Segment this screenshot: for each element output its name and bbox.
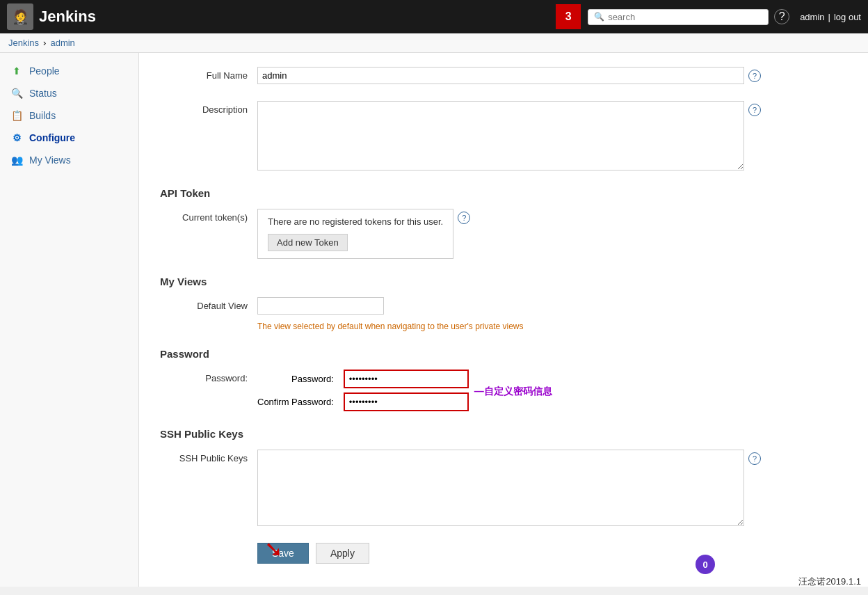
password-row: Password: Password:Confirm Password: —自定…	[160, 370, 847, 411]
description-label: Description	[160, 101, 257, 115]
description-help-icon[interactable]: ?	[748, 104, 761, 116]
breadcrumb-current[interactable]: admin	[50, 38, 74, 48]
ssh-help-icon[interactable]: ?	[748, 452, 761, 465]
password-label: Password:	[160, 370, 257, 383]
ssh-section: SSH Public Keys SSH Public Keys ?	[160, 428, 847, 526]
bottom-badge: 0	[696, 555, 715, 574]
ssh-title: SSH Public Keys	[160, 428, 847, 443]
sidebar-item-builds[interactable]: 📋 Builds	[0, 104, 138, 127]
my-views-title: My Views	[160, 276, 847, 290]
sidebar: ⬆ People 🔍 Status 📋 Builds ⚙ Configure 👥…	[0, 53, 139, 587]
password-section: Password Password: Password:Confirm Pass…	[160, 348, 847, 411]
full-name-input[interactable]	[257, 67, 744, 84]
full-name-section: Full Name ?	[160, 67, 847, 84]
notification-badge[interactable]: 3	[556, 4, 581, 29]
logout-link[interactable]: log out	[834, 12, 861, 22]
no-tokens-text: There are no registered tokens for this …	[268, 216, 443, 227]
ssh-keys-textarea[interactable]	[257, 450, 744, 526]
breadcrumb-root[interactable]: Jenkins	[8, 38, 39, 48]
password-input[interactable]	[344, 370, 469, 388]
header: 🤵 Jenkins 3 🔍 ? admin | log out	[0, 0, 868, 33]
search-icon: 🔍	[594, 12, 604, 22]
status-icon: 🔍	[10, 86, 24, 100]
people-icon: ⬆	[10, 64, 24, 78]
password-inputs-wrapper: Password:Confirm Password: —自定义密码信息	[257, 370, 552, 411]
sidebar-item-label-builds: Builds	[29, 110, 56, 121]
full-name-label: Full Name	[160, 67, 257, 81]
myviews-icon: 👥	[10, 153, 24, 167]
sidebar-item-people[interactable]: ⬆ People	[0, 60, 138, 82]
content: Full Name ? Description ? API Token Curr	[139, 53, 868, 587]
search-container: 🔍	[588, 9, 769, 25]
ssh-keys-label: SSH Public Keys	[160, 450, 257, 463]
watermark: 汪念诺2019.1.1	[798, 576, 861, 587]
header-logo[interactable]: 🤵 Jenkins	[7, 3, 556, 30]
default-view-label: Default View	[160, 297, 257, 311]
sidebar-item-status[interactable]: 🔍 Status	[0, 82, 138, 104]
search-input[interactable]	[608, 12, 762, 22]
sidebar-item-configure[interactable]: ⚙ Configure	[0, 127, 138, 149]
sidebar-item-label-myviews: My Views	[29, 154, 71, 166]
full-name-field: ?	[257, 67, 847, 84]
api-token-section: API Token Current token(s) There are no …	[160, 187, 847, 259]
arrow-annotation-icon: ➘	[264, 536, 283, 562]
description-field: ?	[257, 101, 847, 170]
builds-icon: 📋	[10, 109, 24, 122]
password-inputs-col: Password:Confirm Password:	[257, 370, 469, 411]
button-row: ➘ Save Apply	[257, 543, 847, 564]
token-box: There are no registered tokens for this …	[257, 209, 453, 259]
full-name-row: Full Name ?	[160, 67, 847, 84]
user-profile-link[interactable]: admin	[800, 12, 824, 22]
sidebar-item-label-configure: Configure	[29, 132, 75, 143]
current-tokens-field: There are no registered tokens for this …	[257, 209, 847, 259]
confirm-password-input[interactable]	[344, 392, 469, 411]
description-row: Description ?	[160, 101, 847, 170]
api-token-row: Current token(s) There are no registered…	[160, 209, 847, 259]
current-tokens-label: Current token(s)	[160, 209, 257, 223]
default-view-input[interactable]	[257, 297, 384, 315]
description-textarea[interactable]	[257, 101, 744, 170]
main-layout: ⬆ People 🔍 Status 📋 Builds ⚙ Configure 👥…	[0, 53, 868, 587]
breadcrumb-separator: ›	[43, 38, 46, 48]
configure-icon: ⚙	[10, 131, 24, 145]
sidebar-item-myviews[interactable]: 👥 My Views	[0, 149, 138, 171]
pipe-separator: |	[828, 12, 830, 22]
add-new-token-button[interactable]: Add new Token	[268, 234, 348, 251]
full-name-help-icon[interactable]: ?	[748, 70, 761, 82]
api-token-help-icon[interactable]: ?	[458, 212, 470, 224]
breadcrumb: Jenkins › admin	[0, 33, 868, 53]
help-icon-button[interactable]: ?	[774, 9, 789, 24]
my-views-section: My Views Default View The view selected …	[160, 276, 847, 331]
apply-button[interactable]: Apply	[316, 543, 369, 564]
description-section: Description ?	[160, 101, 847, 170]
password-annotation: —自定义密码信息	[474, 386, 552, 398]
jenkins-logo-icon: 🤵	[7, 3, 33, 30]
user-links: admin | log out	[800, 12, 861, 22]
api-token-title: API Token	[160, 187, 847, 202]
default-view-row: Default View The view selected by defaul…	[160, 297, 847, 331]
ssh-keys-row: SSH Public Keys ?	[160, 450, 847, 526]
sidebar-item-label-status: Status	[29, 88, 57, 99]
default-view-field: The view selected by default when naviga…	[257, 297, 847, 331]
password-field: Password:Confirm Password: —自定义密码信息	[257, 370, 847, 411]
sidebar-item-label-people: People	[29, 65, 60, 77]
default-view-hint: The view selected by default when naviga…	[257, 322, 524, 331]
header-title: Jenkins	[39, 8, 96, 26]
password-title: Password	[160, 348, 847, 363]
ssh-keys-field: ?	[257, 450, 847, 526]
